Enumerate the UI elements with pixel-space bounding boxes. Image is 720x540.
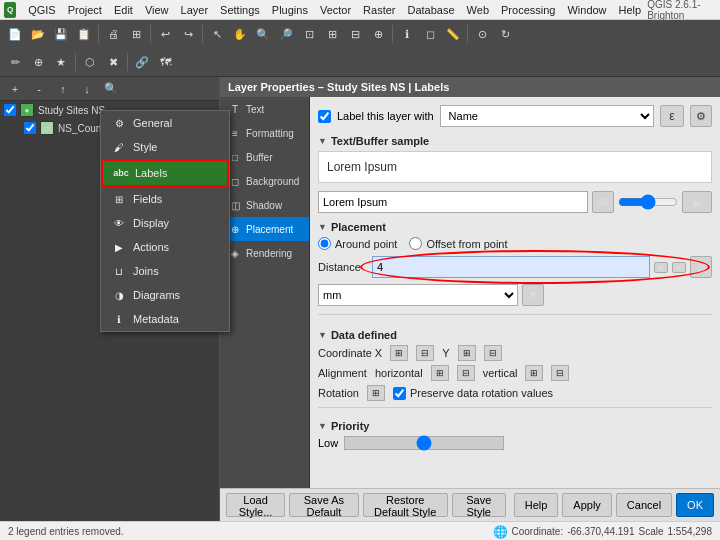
preview-extra-btn[interactable]: ▶: [682, 191, 712, 213]
cancel-btn[interactable]: Cancel: [616, 493, 672, 517]
redo-btn[interactable]: ↪: [177, 23, 199, 45]
layer-down-btn[interactable]: ↓: [76, 78, 98, 100]
ctx-general[interactable]: ⚙ General: [101, 111, 229, 135]
digitize-btn[interactable]: ⊕: [27, 51, 49, 73]
size-slider[interactable]: [618, 194, 678, 210]
pan-btn[interactable]: ✋: [229, 23, 251, 45]
measure-btn[interactable]: 📏: [442, 23, 464, 45]
sub-nav-formatting[interactable]: ≡ Formatting: [220, 121, 309, 145]
sub-nav-text[interactable]: T Text: [220, 97, 309, 121]
layer-check-study[interactable]: [4, 104, 16, 116]
sub-nav-background[interactable]: ◻ Background: [220, 169, 309, 193]
print-btn[interactable]: 🖨: [102, 23, 124, 45]
label-field-select[interactable]: Name: [440, 105, 654, 127]
label-layer-checkbox[interactable]: [318, 110, 331, 123]
vertical-icon2[interactable]: ⊟: [551, 365, 569, 381]
sub-nav-rendering[interactable]: ◈ Rendering: [220, 241, 309, 265]
menu-help[interactable]: Help: [613, 4, 648, 16]
edit-mode-btn[interactable]: ✏: [4, 51, 26, 73]
menu-project[interactable]: Project: [62, 4, 108, 16]
layer-check-counties[interactable]: [24, 122, 36, 134]
save-as-default-btn[interactable]: Save As Default: [289, 493, 359, 517]
coord-x-icon2[interactable]: ⊟: [416, 345, 434, 361]
zoom-in-btn[interactable]: 🔍: [252, 23, 274, 45]
menu-qgis[interactable]: QGIS: [22, 4, 62, 16]
preserve-rotation-label[interactable]: Preserve data rotation values: [393, 387, 553, 400]
snap-btn[interactable]: 🔗: [131, 51, 153, 73]
delete-btn[interactable]: ✖: [102, 51, 124, 73]
vertical-icon[interactable]: ⊞: [525, 365, 543, 381]
ctx-style[interactable]: 🖌 Style: [101, 135, 229, 159]
zoom-out-btn[interactable]: 🔎: [275, 23, 297, 45]
menu-view[interactable]: View: [139, 4, 175, 16]
restore-default-btn[interactable]: Restore Default Style: [363, 493, 448, 517]
menu-edit[interactable]: Edit: [108, 4, 139, 16]
save-style-btn[interactable]: Save Style: [452, 493, 506, 517]
menu-web[interactable]: Web: [461, 4, 495, 16]
distance-input[interactable]: [372, 256, 650, 278]
identify-btn[interactable]: ℹ: [396, 23, 418, 45]
ctx-display[interactable]: 👁 Display: [101, 211, 229, 235]
preview-text-input[interactable]: [318, 191, 588, 213]
zoom-layer-btn[interactable]: ⊞: [321, 23, 343, 45]
tilted-btn[interactable]: ⊙: [471, 23, 493, 45]
menu-window[interactable]: Window: [561, 4, 612, 16]
menu-plugins[interactable]: Plugins: [266, 4, 314, 16]
ctx-metadata[interactable]: ℹ Metadata: [101, 307, 229, 331]
offset-from-point-option[interactable]: Offset from point: [409, 237, 507, 250]
menu-database[interactable]: Database: [402, 4, 461, 16]
atlas-btn[interactable]: 🗺: [154, 51, 176, 73]
distance-down-btn[interactable]: ▼: [672, 262, 686, 273]
unit-select[interactable]: mm pt px: [318, 284, 518, 306]
epsilon-btn[interactable]: ε: [660, 105, 684, 127]
apply-btn[interactable]: Apply: [562, 493, 612, 517]
zoom-full-btn[interactable]: ⊡: [298, 23, 320, 45]
help-btn[interactable]: Help: [514, 493, 559, 517]
pan-map-btn[interactable]: ⊕: [367, 23, 389, 45]
offset-radio[interactable]: [409, 237, 422, 250]
node-tool-btn[interactable]: ⬡: [79, 51, 101, 73]
layer-up-btn[interactable]: ↑: [52, 78, 74, 100]
load-style-btn[interactable]: Load Style...: [226, 493, 285, 517]
sub-nav-buffer[interactable]: □ Buffer: [220, 145, 309, 169]
save-as-btn[interactable]: 📋: [73, 23, 95, 45]
remove-layer-btn[interactable]: -: [28, 78, 50, 100]
rotation-icon[interactable]: ⊞: [367, 385, 385, 401]
zoom-selection-btn[interactable]: ⊟: [344, 23, 366, 45]
print2-btn[interactable]: ⊞: [125, 23, 147, 45]
menu-processing[interactable]: Processing: [495, 4, 561, 16]
pointer-btn[interactable]: ↖: [206, 23, 228, 45]
ok-btn[interactable]: OK: [676, 493, 714, 517]
settings-btn2[interactable]: ⚙: [690, 105, 712, 127]
ctx-fields[interactable]: ⊞ Fields: [101, 187, 229, 211]
preserve-rotation-checkbox[interactable]: [393, 387, 406, 400]
refresh-btn[interactable]: ↻: [494, 23, 516, 45]
open-project-btn[interactable]: 📂: [27, 23, 49, 45]
priority-slider[interactable]: [344, 436, 504, 450]
new-project-btn[interactable]: 📄: [4, 23, 26, 45]
filter-btn[interactable]: 🔍: [100, 78, 122, 100]
coord-y-icon2[interactable]: ⊟: [484, 345, 502, 361]
distance-up-btn[interactable]: ▲: [654, 262, 668, 273]
sub-nav-placement[interactable]: ⊕ Placement: [220, 217, 309, 241]
coord-x-icon[interactable]: ⊞: [390, 345, 408, 361]
alignment-icon[interactable]: ⊞: [431, 365, 449, 381]
save-project-btn[interactable]: 💾: [50, 23, 72, 45]
ctx-joins[interactable]: ⊔ Joins: [101, 259, 229, 283]
sub-nav-shadow[interactable]: ◫ Shadow: [220, 193, 309, 217]
menu-layer[interactable]: Layer: [175, 4, 215, 16]
menu-raster[interactable]: Raster: [357, 4, 401, 16]
undo-btn[interactable]: ↩: [154, 23, 176, 45]
ctx-actions[interactable]: ▶ Actions: [101, 235, 229, 259]
add-feature-btn[interactable]: ★: [50, 51, 72, 73]
around-point-radio[interactable]: [318, 237, 331, 250]
menu-settings[interactable]: Settings: [214, 4, 266, 16]
menu-vector[interactable]: Vector: [314, 4, 357, 16]
ctx-labels[interactable]: abc Labels: [101, 159, 229, 187]
preview-settings-btn[interactable]: ⚙: [592, 191, 614, 213]
coord-y-icon[interactable]: ⊞: [458, 345, 476, 361]
add-layer-btn[interactable]: +: [4, 78, 26, 100]
around-point-option[interactable]: Around point: [318, 237, 397, 250]
unit-extra-btn[interactable]: ▼: [522, 284, 544, 306]
alignment-icon2[interactable]: ⊟: [457, 365, 475, 381]
